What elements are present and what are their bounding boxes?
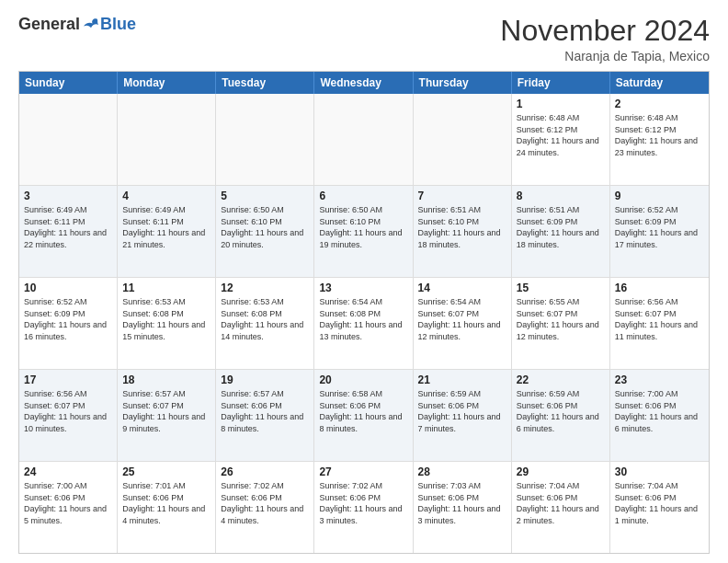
header-day-saturday: Saturday <box>610 72 709 94</box>
cal-cell-0-2 <box>216 94 314 185</box>
cal-cell-1-2: 5Sunrise: 6:50 AMSunset: 6:10 PMDaylight… <box>216 186 314 277</box>
day-info: Sunrise: 7:00 AMSunset: 6:06 PMDaylight:… <box>615 388 704 434</box>
calendar-header: SundayMondayTuesdayWednesdayThursdayFrid… <box>19 72 709 94</box>
day-number: 24 <box>24 465 112 478</box>
day-info: Sunrise: 7:03 AMSunset: 6:06 PMDaylight:… <box>418 480 506 526</box>
day-number: 29 <box>517 465 605 478</box>
calendar-body: 1Sunrise: 6:48 AMSunset: 6:12 PMDaylight… <box>19 94 709 553</box>
month-title: November 2024 <box>500 15 710 47</box>
day-number: 18 <box>122 373 210 386</box>
cal-cell-2-0: 10Sunrise: 6:52 AMSunset: 6:09 PMDayligh… <box>19 278 118 369</box>
cal-cell-3-5: 22Sunrise: 6:59 AMSunset: 6:06 PMDayligh… <box>512 370 610 461</box>
day-info: Sunrise: 7:02 AMSunset: 6:06 PMDaylight:… <box>221 480 309 526</box>
cal-cell-3-1: 18Sunrise: 6:57 AMSunset: 6:07 PMDayligh… <box>118 370 216 461</box>
day-info: Sunrise: 6:50 AMSunset: 6:10 PMDaylight:… <box>319 204 407 250</box>
day-number: 17 <box>24 373 112 386</box>
day-number: 26 <box>221 465 309 478</box>
cal-cell-3-0: 17Sunrise: 6:56 AMSunset: 6:07 PMDayligh… <box>19 370 118 461</box>
cal-cell-2-5: 15Sunrise: 6:55 AMSunset: 6:07 PMDayligh… <box>512 278 610 369</box>
header-day-friday: Friday <box>512 72 610 94</box>
cal-cell-4-3: 27Sunrise: 7:02 AMSunset: 6:06 PMDayligh… <box>314 462 413 553</box>
day-number: 12 <box>221 282 309 294</box>
cal-cell-0-0 <box>19 94 118 185</box>
day-number: 7 <box>418 190 506 202</box>
cal-cell-0-6: 2Sunrise: 6:48 AMSunset: 6:12 PMDaylight… <box>610 94 709 185</box>
header-day-tuesday: Tuesday <box>216 72 314 94</box>
day-info: Sunrise: 6:53 AMSunset: 6:08 PMDaylight:… <box>221 296 309 342</box>
day-info: Sunrise: 6:51 AMSunset: 6:10 PMDaylight:… <box>418 204 506 250</box>
cal-cell-4-6: 30Sunrise: 7:04 AMSunset: 6:06 PMDayligh… <box>610 462 709 553</box>
day-number: 16 <box>615 282 704 294</box>
day-info: Sunrise: 6:56 AMSunset: 6:07 PMDaylight:… <box>24 388 112 434</box>
day-number: 5 <box>221 190 309 202</box>
header-day-monday: Monday <box>118 72 216 94</box>
day-info: Sunrise: 6:53 AMSunset: 6:08 PMDaylight:… <box>122 296 210 342</box>
day-info: Sunrise: 6:48 AMSunset: 6:12 PMDaylight:… <box>615 112 704 158</box>
header-day-thursday: Thursday <box>414 72 512 94</box>
day-info: Sunrise: 7:02 AMSunset: 6:06 PMDaylight:… <box>319 480 407 526</box>
calendar: SundayMondayTuesdayWednesdayThursdayFrid… <box>18 71 710 554</box>
cal-cell-4-4: 28Sunrise: 7:03 AMSunset: 6:06 PMDayligh… <box>414 462 512 553</box>
calendar-row-4: 24Sunrise: 7:00 AMSunset: 6:06 PMDayligh… <box>19 462 709 553</box>
page: General Blue November 2024 Naranja de Ta… <box>0 0 728 563</box>
day-number: 21 <box>418 373 506 386</box>
cal-cell-2-3: 13Sunrise: 6:54 AMSunset: 6:08 PMDayligh… <box>314 278 413 369</box>
day-number: 13 <box>319 282 407 294</box>
day-number: 8 <box>517 190 605 202</box>
day-number: 3 <box>24 190 112 202</box>
calendar-row-2: 10Sunrise: 6:52 AMSunset: 6:09 PMDayligh… <box>19 278 709 370</box>
day-info: Sunrise: 6:59 AMSunset: 6:06 PMDaylight:… <box>517 388 605 434</box>
header: General Blue November 2024 Naranja de Ta… <box>18 15 710 63</box>
cal-cell-1-3: 6Sunrise: 6:50 AMSunset: 6:10 PMDaylight… <box>314 186 413 277</box>
cal-cell-3-6: 23Sunrise: 7:00 AMSunset: 6:06 PMDayligh… <box>610 370 709 461</box>
day-info: Sunrise: 6:57 AMSunset: 6:06 PMDaylight:… <box>221 388 309 434</box>
cal-cell-4-1: 25Sunrise: 7:01 AMSunset: 6:06 PMDayligh… <box>118 462 216 553</box>
day-info: Sunrise: 6:52 AMSunset: 6:09 PMDaylight:… <box>24 296 112 342</box>
day-info: Sunrise: 6:59 AMSunset: 6:06 PMDaylight:… <box>418 388 506 434</box>
cal-cell-2-2: 12Sunrise: 6:53 AMSunset: 6:08 PMDayligh… <box>216 278 314 369</box>
cal-cell-1-4: 7Sunrise: 6:51 AMSunset: 6:10 PMDaylight… <box>414 186 512 277</box>
cal-cell-3-3: 20Sunrise: 6:58 AMSunset: 6:06 PMDayligh… <box>314 370 413 461</box>
logo-general-text: General <box>18 15 80 34</box>
day-info: Sunrise: 6:54 AMSunset: 6:07 PMDaylight:… <box>418 296 506 342</box>
day-number: 30 <box>615 465 704 478</box>
logo-bird-icon <box>82 17 100 32</box>
day-info: Sunrise: 6:48 AMSunset: 6:12 PMDaylight:… <box>517 112 605 158</box>
cal-cell-2-1: 11Sunrise: 6:53 AMSunset: 6:08 PMDayligh… <box>118 278 216 369</box>
day-number: 20 <box>319 373 407 386</box>
day-info: Sunrise: 6:58 AMSunset: 6:06 PMDaylight:… <box>319 388 407 434</box>
logo-blue-text: Blue <box>100 15 136 34</box>
cal-cell-1-5: 8Sunrise: 6:51 AMSunset: 6:09 PMDaylight… <box>512 186 610 277</box>
day-info: Sunrise: 6:49 AMSunset: 6:11 PMDaylight:… <box>24 204 112 250</box>
location: Naranja de Tapia, Mexico <box>500 49 710 63</box>
day-number: 22 <box>517 373 605 386</box>
day-number: 28 <box>418 465 506 478</box>
header-day-sunday: Sunday <box>19 72 118 94</box>
cal-cell-1-1: 4Sunrise: 6:49 AMSunset: 6:11 PMDaylight… <box>118 186 216 277</box>
day-number: 14 <box>418 282 506 294</box>
day-info: Sunrise: 6:57 AMSunset: 6:07 PMDaylight:… <box>122 388 210 434</box>
cal-cell-3-2: 19Sunrise: 6:57 AMSunset: 6:06 PMDayligh… <box>216 370 314 461</box>
day-number: 11 <box>122 282 210 294</box>
day-number: 2 <box>615 98 704 110</box>
calendar-row-1: 3Sunrise: 6:49 AMSunset: 6:11 PMDaylight… <box>19 186 709 278</box>
cal-cell-0-5: 1Sunrise: 6:48 AMSunset: 6:12 PMDaylight… <box>512 94 610 185</box>
cal-cell-4-5: 29Sunrise: 7:04 AMSunset: 6:06 PMDayligh… <box>512 462 610 553</box>
calendar-row-0: 1Sunrise: 6:48 AMSunset: 6:12 PMDaylight… <box>19 94 709 186</box>
logo: General Blue <box>18 15 136 34</box>
day-info: Sunrise: 7:01 AMSunset: 6:06 PMDaylight:… <box>122 480 210 526</box>
day-info: Sunrise: 6:51 AMSunset: 6:09 PMDaylight:… <box>517 204 605 250</box>
title-section: November 2024 Naranja de Tapia, Mexico <box>500 15 710 63</box>
day-number: 1 <box>517 98 605 110</box>
cal-cell-1-6: 9Sunrise: 6:52 AMSunset: 6:09 PMDaylight… <box>610 186 709 277</box>
day-number: 10 <box>24 282 112 294</box>
cal-cell-3-4: 21Sunrise: 6:59 AMSunset: 6:06 PMDayligh… <box>414 370 512 461</box>
day-number: 9 <box>615 190 704 202</box>
day-info: Sunrise: 6:55 AMSunset: 6:07 PMDaylight:… <box>517 296 605 342</box>
day-number: 4 <box>122 190 210 202</box>
day-info: Sunrise: 6:52 AMSunset: 6:09 PMDaylight:… <box>615 204 704 250</box>
day-number: 15 <box>517 282 605 294</box>
day-info: Sunrise: 6:49 AMSunset: 6:11 PMDaylight:… <box>122 204 210 250</box>
day-info: Sunrise: 6:50 AMSunset: 6:10 PMDaylight:… <box>221 204 309 250</box>
cal-cell-0-3 <box>314 94 413 185</box>
